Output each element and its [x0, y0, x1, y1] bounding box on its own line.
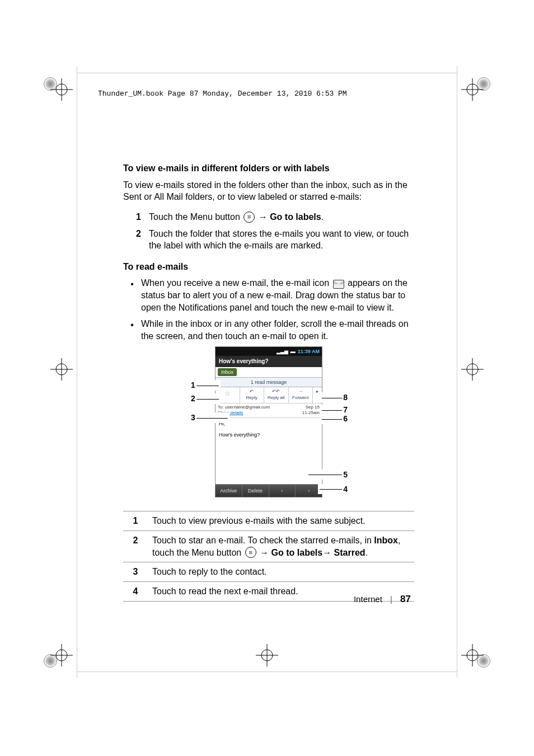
footer-section: Internet — [354, 594, 382, 604]
bold-term: Starred — [334, 548, 366, 557]
label: Reply — [246, 395, 257, 400]
step-number: 2 — [123, 228, 149, 252]
reply-all-icon: ↶↶ — [272, 389, 280, 394]
callout-number: 1 — [191, 381, 195, 389]
battery-icon: ▬ — [291, 348, 296, 355]
callout-8: 8 — [320, 392, 348, 403]
text: Touch the Menu button — [149, 212, 242, 222]
step-text: Touch the folder that stores the e-mails… — [149, 228, 414, 252]
callout-number: 5 — [343, 470, 348, 479]
footer-separator: | — [390, 594, 392, 604]
menu-button-icon — [243, 212, 255, 223]
section-heading: To read e-mails — [123, 261, 414, 273]
phone-status-bar: ▂▃▅ ▬ 11:39 AM — [216, 347, 322, 356]
numbered-steps: 1 Touch the Menu button → Go to labels. … — [123, 211, 414, 252]
section-heading: To view e-mails in different folders or … — [123, 162, 414, 175]
menu-path: Go to labels — [270, 212, 321, 222]
bottom-toolbar: Archive Delete ‹ › — [216, 484, 322, 497]
bullet-text: When you receive a new e-mail, the e-mai… — [141, 277, 414, 313]
label: Forward — [292, 395, 308, 400]
legend-number: 3 — [123, 562, 148, 582]
bullet-text: While in the inbox or in any other folde… — [141, 318, 414, 342]
text: . — [321, 212, 324, 222]
registration-mark-icon — [50, 644, 73, 666]
callout-6: 6 — [320, 414, 348, 424]
reply-all-button: ↶↶Reply all — [264, 387, 289, 403]
callout-number: 6 — [343, 414, 348, 423]
archive-button: Archive — [216, 485, 242, 497]
callout-legend-table: 1 Touch to view previous e-mails with th… — [123, 511, 414, 601]
menu-button-icon — [245, 547, 256, 558]
crop-line — [457, 66, 457, 678]
arrow-text: → — [322, 548, 334, 557]
callout-1: 1 — [190, 380, 221, 391]
registration-mark-icon — [50, 78, 73, 101]
body-text: To view e-mails stored in the folders ot… — [123, 179, 414, 203]
label-chip: Inbox — [218, 368, 237, 376]
body-line: How's everything? — [219, 431, 318, 438]
text: Touch to star an e-mail. To check the st… — [152, 536, 374, 545]
callout-number: 3 — [191, 413, 195, 422]
crop-line — [77, 672, 457, 672]
page-content: To view e-mails in different folders or … — [123, 162, 414, 602]
arrow-text: → — [260, 548, 271, 557]
registration-mark-icon — [461, 644, 484, 666]
legend-text: Touch to star an e-mail. To check the st… — [148, 531, 414, 562]
phone-frame: ▂▃▅ ▬ 11:39 AM How's everything? Inbox 1… — [215, 346, 322, 497]
registration-mark-icon — [461, 78, 484, 101]
text: . — [366, 548, 368, 557]
step-number: 1 — [123, 211, 149, 223]
step-text: Touch the Menu button → Go to labels. — [149, 211, 414, 223]
page-number: 87 — [400, 594, 411, 604]
bold-term: Go to labels — [271, 548, 323, 557]
book-page-header: Thunder_UM.book Page 87 Monday, December… — [98, 90, 347, 98]
callout-2: 2 — [190, 393, 221, 404]
bullet-icon: • — [123, 318, 141, 342]
legend-number: 1 — [123, 511, 148, 531]
reply-icon: ↶ — [250, 389, 254, 394]
email-subject: How's everything? — [216, 356, 322, 367]
callout-number: 8 — [343, 393, 348, 402]
forward-button: →Forward — [289, 387, 313, 403]
status-time: 11:39 AM — [298, 348, 320, 355]
bullet-list: • When you receive a new e-mail, the e-m… — [123, 277, 414, 342]
registration-mark-icon — [50, 358, 73, 381]
registration-mark-icon — [461, 358, 484, 381]
table-row: 3 Touch to reply to the contact. — [123, 562, 414, 582]
prev-button: ‹ — [269, 485, 296, 497]
crop-line — [77, 73, 457, 73]
email-icon — [333, 280, 344, 289]
legend-number: 4 — [123, 581, 148, 601]
callout-5: 5 — [307, 469, 348, 480]
email-body: Hi, How's everything? — [216, 418, 322, 484]
email-time: 11:25am — [302, 410, 320, 415]
signal-icon: ▂▃▅ — [277, 348, 288, 355]
table-row: 2 Touch to star an e-mail. To check the … — [123, 531, 414, 562]
table-row: 1 Touch to view previous e-mails with th… — [123, 511, 414, 531]
callout-number: 7 — [343, 405, 348, 414]
page-footer: Internet | 87 — [354, 594, 411, 605]
read-messages-bar: 1 read message — [216, 377, 322, 387]
forward-icon: → — [298, 389, 303, 394]
legend-text: Touch to view previous e-mails with the … — [148, 511, 414, 531]
legend-number: 2 — [123, 531, 148, 562]
body-line: Hi, — [219, 420, 318, 427]
action-row: ☆ ↶Reply ↶↶Reply all →Forward ▸ — [216, 387, 322, 403]
to-line: To: username@gmail.com — [218, 405, 270, 410]
crop-line — [77, 66, 77, 678]
legend-text: Touch to reply to the contact. — [148, 562, 414, 582]
delete-button: Delete — [242, 485, 269, 497]
callout-number: 4 — [343, 485, 348, 494]
bold-term: Inbox — [374, 536, 398, 545]
callout-number: 2 — [191, 394, 195, 403]
email-meta-row: To: username@gmail.com Show details Sep … — [216, 403, 322, 419]
callout-4: 4 — [318, 484, 348, 495]
arrow-text: → — [259, 212, 270, 222]
phone-screenshot-figure: ▂▃▅ ▬ 11:39 AM How's everything? Inbox 1… — [196, 346, 341, 497]
registration-mark-icon — [256, 644, 278, 666]
reply-button: ↶Reply — [240, 387, 265, 403]
bullet-icon: • — [123, 277, 141, 313]
callout-3: 3 — [190, 412, 229, 423]
email-date: Sep 15 — [306, 405, 320, 410]
star-icon: ☆ — [224, 389, 231, 397]
